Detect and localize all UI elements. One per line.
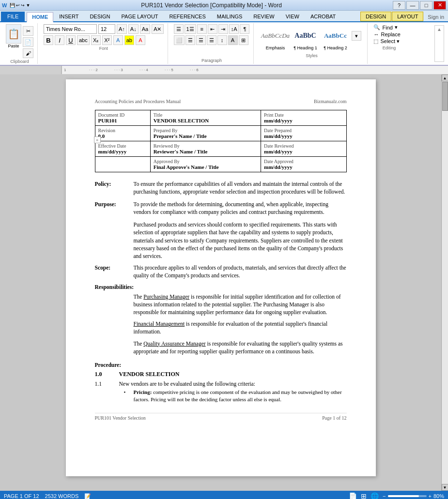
copy-button[interactable]: 📄 bbox=[23, 37, 33, 47]
subscript-button[interactable]: X₂ bbox=[91, 35, 101, 45]
table-cell-reviewedby[interactable]: Reviewed By Reviewer's Name / Title bbox=[150, 141, 261, 157]
table-cell-dateprepared[interactable]: Date Prepared mm/dd/yyyy bbox=[261, 126, 346, 141]
maximize-button[interactable]: □ bbox=[420, 1, 433, 10]
select-button[interactable]: ⬚ Select ▾ bbox=[373, 38, 400, 45]
tab-references[interactable]: REFERENCES bbox=[164, 12, 211, 21]
table-cell-dateapproved[interactable]: Date Approved mm/dd/yyyy bbox=[261, 157, 346, 172]
find-button[interactable]: 🔍 Find ▾ bbox=[373, 24, 400, 30]
font-name-selector[interactable]: Times New Ro... bbox=[44, 24, 97, 34]
ruler-mark-1: 1 bbox=[64, 68, 89, 72]
show-hide-button[interactable]: ¶ bbox=[240, 24, 249, 34]
tab-insert[interactable]: INSERT bbox=[54, 12, 84, 21]
quality-assurance-manager-link[interactable]: Quality Assurance Manager bbox=[143, 341, 205, 347]
view-btn-print[interactable]: 📄 bbox=[349, 492, 357, 499]
format-painter-button[interactable]: 🖌 bbox=[23, 48, 33, 58]
sort-button[interactable]: ↕A bbox=[229, 24, 239, 34]
table-cell-approvedby[interactable]: Approved By Final Approve's Name / Title bbox=[150, 157, 261, 172]
paste-button[interactable]: 📋 Paste bbox=[6, 24, 21, 48]
tab-review[interactable]: REVIEW bbox=[248, 12, 279, 21]
help-button[interactable]: ? bbox=[393, 1, 405, 10]
table-cell-preparedby[interactable]: Prepared By Preparer's Name / Title bbox=[150, 126, 261, 141]
cut-button[interactable]: ✂ bbox=[23, 26, 33, 36]
policy-label: Policy: bbox=[95, 180, 134, 196]
align-left-button[interactable]: ⬜ bbox=[174, 35, 185, 45]
clear-format-button[interactable]: A✕ bbox=[152, 24, 163, 34]
change-case-button[interactable]: Aa bbox=[140, 24, 150, 34]
zoom-out-button[interactable]: − bbox=[383, 493, 386, 499]
replace-button[interactable]: ↔ Replace bbox=[373, 31, 400, 37]
tab-page-layout[interactable]: PAGE LAYOUT bbox=[116, 12, 164, 21]
font-color-button[interactable]: A bbox=[136, 35, 145, 45]
view-btn-full[interactable]: ⊞ bbox=[361, 492, 367, 499]
ruler: 1 · · · 2 · · · 3 · · · 4 · · · 5 · · · … bbox=[0, 66, 448, 75]
quickaccess-undo[interactable]: ↩ bbox=[16, 3, 20, 8]
align-right-button[interactable]: ☰ bbox=[196, 35, 206, 45]
table-add-button[interactable]: + bbox=[94, 136, 101, 143]
bullets-button[interactable]: ☰ bbox=[174, 24, 184, 34]
tab-mailings[interactable]: MAILINGS bbox=[212, 12, 248, 21]
table-cell-revision[interactable]: Revision 0.0 bbox=[95, 126, 150, 141]
tab-table-design[interactable]: DESIGN bbox=[360, 12, 391, 21]
quickaccess-save[interactable]: 💾 bbox=[10, 3, 15, 8]
justify-button[interactable]: ☰ bbox=[207, 35, 216, 45]
vertical-scrollbar[interactable]: ▲ ▼ bbox=[441, 75, 448, 491]
shading-button[interactable]: A bbox=[228, 35, 238, 45]
ruler-mark-2: · · · 2 bbox=[89, 68, 114, 72]
ruler-left-margin bbox=[0, 66, 62, 74]
style-heading2[interactable]: AaBbCc ¶ Heading 2 bbox=[322, 26, 349, 50]
tab-home[interactable]: HOME bbox=[27, 12, 53, 22]
superscript-button[interactable]: X² bbox=[102, 35, 112, 45]
minimize-button[interactable]: — bbox=[406, 1, 419, 10]
decrease-indent-button[interactable]: ⇤ bbox=[208, 24, 217, 34]
bold-button[interactable]: B bbox=[44, 35, 53, 45]
tab-acrobat[interactable]: ACROBAT bbox=[305, 12, 341, 21]
border-button[interactable]: ⊞ bbox=[239, 35, 248, 45]
underline-button[interactable]: U bbox=[66, 35, 76, 45]
tab-design[interactable]: DESIGN bbox=[84, 12, 115, 21]
styles-more-button[interactable]: ▾ bbox=[352, 31, 361, 41]
italic-button[interactable]: I bbox=[55, 35, 64, 45]
table-cell-effectivedate[interactable]: Effective Date mm/dd/yyyy bbox=[95, 141, 150, 157]
grow-font-button[interactable]: A↑ bbox=[117, 24, 127, 34]
scroll-up-button[interactable]: ▲ bbox=[442, 75, 448, 81]
app-icon: W bbox=[2, 2, 7, 8]
zoom-in-button[interactable]: + bbox=[429, 493, 432, 499]
align-center-button[interactable]: ☰ bbox=[185, 35, 195, 45]
printdate-label: Print Date bbox=[264, 112, 343, 118]
multilevel-button[interactable]: ≡ bbox=[197, 24, 207, 34]
financial-management-link[interactable]: Financial Management bbox=[134, 321, 185, 327]
zoom-level[interactable]: 80% bbox=[433, 493, 444, 499]
tab-file[interactable]: FILE bbox=[1, 12, 25, 21]
table-cell-datereviewed[interactable]: Date Reviewed mm/dd/yyyy bbox=[261, 141, 346, 157]
quickaccess-redo[interactable]: ↪ bbox=[21, 3, 25, 8]
table-cell-docid[interactable]: Document ID PUR101 bbox=[95, 110, 150, 126]
font-size-selector[interactable]: 12 bbox=[98, 24, 115, 34]
ribbon-group-paragraph: ☰ 1☰ ≡ ⇤ ⇥ ↕A ¶ ⬜ ☰ ☰ ☰ ↕ A ⊞ bbox=[170, 23, 254, 64]
highlight-button[interactable]: ab bbox=[124, 35, 134, 45]
style-emphasis[interactable]: AaBbCcDa Emphasis bbox=[262, 26, 289, 50]
sign-in-link[interactable]: Sign in bbox=[424, 13, 448, 21]
text-effect-button[interactable]: A bbox=[113, 35, 123, 45]
policy-text: To ensure the performance capabilities o… bbox=[134, 180, 347, 196]
table-cell-printdate[interactable]: Print Date mm/dd/yyyy bbox=[261, 110, 346, 126]
scroll-track[interactable] bbox=[442, 82, 448, 484]
strikethrough-button[interactable]: abc bbox=[77, 35, 90, 45]
scroll-thumb[interactable] bbox=[442, 82, 448, 111]
zoom-track[interactable] bbox=[388, 495, 427, 497]
quickaccess-more[interactable]: ▼ bbox=[26, 3, 30, 8]
tab-view[interactable]: VIEW bbox=[280, 12, 305, 21]
line-spacing-button[interactable]: ↕ bbox=[217, 35, 227, 45]
numbering-button[interactable]: 1☰ bbox=[185, 24, 196, 34]
reviewedby-label: Reviewed By bbox=[154, 143, 258, 149]
collapse-ribbon-button[interactable]: ▲ bbox=[434, 25, 444, 62]
purchasing-manager-link[interactable]: Purchasing Manager bbox=[143, 294, 189, 300]
view-btn-web[interactable]: 🌐 bbox=[371, 492, 379, 499]
shrink-font-button[interactable]: A↓ bbox=[128, 24, 139, 34]
style-heading1[interactable]: AaBbC ¶ Heading 1 bbox=[292, 26, 319, 50]
tab-layout[interactable]: LAYOUT bbox=[392, 12, 423, 21]
close-button[interactable]: ✕ bbox=[433, 1, 446, 10]
increase-indent-button[interactable]: ⇥ bbox=[218, 24, 228, 34]
datereviewed-label: Date Reviewed bbox=[264, 143, 343, 149]
table-cell-title[interactable]: Title VENDOR SELECTION bbox=[150, 110, 261, 126]
scroll-down-button[interactable]: ▼ bbox=[442, 484, 448, 491]
